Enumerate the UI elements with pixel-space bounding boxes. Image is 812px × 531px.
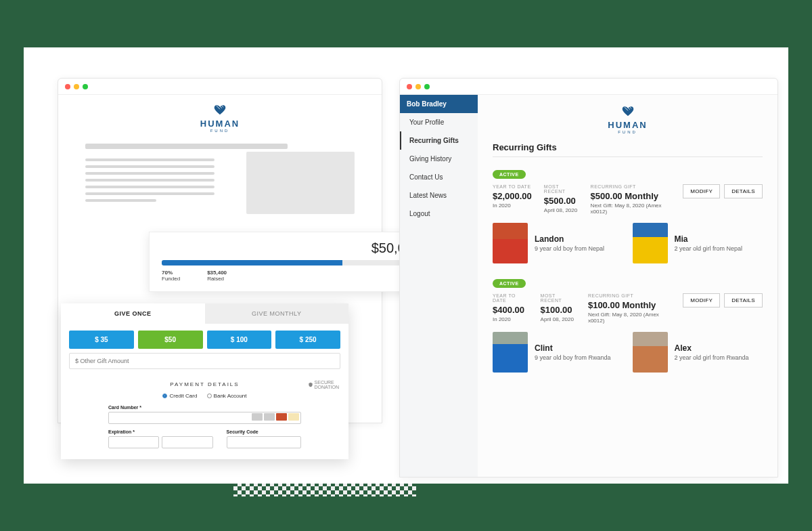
content-placeholder	[58, 137, 382, 219]
child-photo	[493, 223, 528, 263]
main-content: HUMAN FUND Recurring Gifts ACTIVE YEAR T…	[478, 95, 777, 477]
sidebar-item-history[interactable]: Giving History	[400, 150, 478, 168]
gift-block: ACTIVE YEAR TO DATE $400.00 In 2020 MOST…	[493, 276, 763, 373]
close-icon[interactable]	[65, 84, 70, 89]
heart-icon	[493, 106, 763, 120]
amount-250-button[interactable]: $ 250	[275, 331, 340, 349]
raised-value: $35,400	[207, 270, 227, 276]
amount-35-button[interactable]: $ 35	[69, 331, 134, 349]
window-controls	[58, 79, 382, 95]
brand-logo: HUMAN FUND	[58, 95, 382, 137]
expiration-label: Expiration *	[108, 429, 213, 434]
raised-label: Raised	[207, 276, 224, 282]
close-icon[interactable]	[407, 84, 412, 89]
payment-details-header: PAYMENT DETAILS	[170, 381, 239, 387]
progress-fill	[162, 260, 342, 266]
user-name: Bob Bradley	[400, 95, 478, 113]
brand-sub: FUND	[58, 129, 382, 133]
other-amount-input[interactable]	[69, 353, 340, 369]
expiration-year-select[interactable]	[162, 436, 212, 448]
child-card[interactable]: Alex 2 year old girl from Rwanda	[633, 332, 763, 373]
sidebar-item-logout[interactable]: Logout	[400, 205, 478, 223]
percent-label: Funded	[162, 276, 180, 282]
recent-value: $500.00	[544, 196, 579, 206]
sidebar-item-profile[interactable]: Your Profile	[400, 113, 478, 131]
sidebar-item-recurring[interactable]: Recurring Gifts	[400, 131, 478, 150]
child-card[interactable]: Mia 2 year old girl from Nepal	[633, 223, 763, 263]
details-button[interactable]: DETAILS	[724, 184, 763, 198]
brand-name: HUMAN	[58, 119, 382, 129]
funding-goal-card: $50,000 70% Funded $35,400 Raised	[149, 232, 433, 292]
window-controls	[400, 79, 777, 95]
maximize-icon[interactable]	[424, 84, 430, 89]
heart-icon	[58, 104, 382, 119]
recurring-value: $500.00 Monthly	[591, 191, 671, 201]
child-photo	[633, 223, 668, 263]
percent-value: 70%	[162, 270, 180, 276]
child-card[interactable]: Clint 9 year old boy from Rwanda	[493, 332, 623, 373]
details-button[interactable]: DETAILS	[724, 293, 763, 307]
section-title: Recurring Gifts	[493, 142, 763, 157]
percent-funded: 70% Funded	[162, 270, 180, 282]
security-code-input[interactable]	[227, 436, 301, 448]
modify-button[interactable]: MODIFY	[683, 184, 720, 198]
tab-give-monthly[interactable]: GIVE MONTHLY	[205, 303, 349, 324]
child-photo	[633, 332, 668, 373]
status-badge: ACTIVE	[493, 170, 526, 179]
minimize-icon[interactable]	[74, 84, 79, 89]
status-badge: ACTIVE	[493, 279, 526, 288]
brand-logo: HUMAN FUND	[493, 104, 763, 142]
gift-block: ACTIVE YEAR TO DATE $2,000.00 In 2020 MO…	[493, 167, 763, 263]
donation-form: GIVE ONCE GIVE MONTHLY $ 35 $50 $ 100 $ …	[61, 303, 348, 459]
secure-donation-badge: SECURE DONATION	[308, 380, 339, 389]
radio-credit-card[interactable]: Credit Card	[162, 393, 197, 399]
amount-100-button[interactable]: $ 100	[207, 331, 272, 349]
amount-50-button[interactable]: $50	[138, 331, 203, 349]
goal-amount: $50,000	[162, 240, 420, 256]
ytd-value: $2,000.00	[493, 191, 532, 201]
sidebar-item-news[interactable]: Latest News	[400, 186, 478, 205]
donor-portal-window: Bob Bradley Your Profile Recurring Gifts…	[399, 78, 778, 477]
expiration-month-select[interactable]	[108, 436, 159, 448]
card-brand-icons	[252, 413, 299, 421]
security-code-label: Security Code	[227, 429, 301, 434]
progress-bar	[162, 260, 420, 266]
card-number-label: Card Number *	[108, 405, 301, 410]
radio-bank-account[interactable]: Bank Account	[207, 393, 247, 399]
child-card[interactable]: Landon 9 year old boy from Nepal	[493, 223, 623, 263]
sidebar: Bob Bradley Your Profile Recurring Gifts…	[400, 95, 478, 477]
amount-raised: $35,400 Raised	[207, 270, 227, 282]
maximize-icon[interactable]	[83, 84, 88, 89]
child-photo	[493, 332, 528, 373]
modify-button[interactable]: MODIFY	[683, 293, 720, 307]
minimize-icon[interactable]	[415, 84, 421, 89]
tab-give-once[interactable]: GIVE ONCE	[61, 303, 205, 324]
sidebar-item-contact[interactable]: Contact Us	[400, 168, 478, 186]
